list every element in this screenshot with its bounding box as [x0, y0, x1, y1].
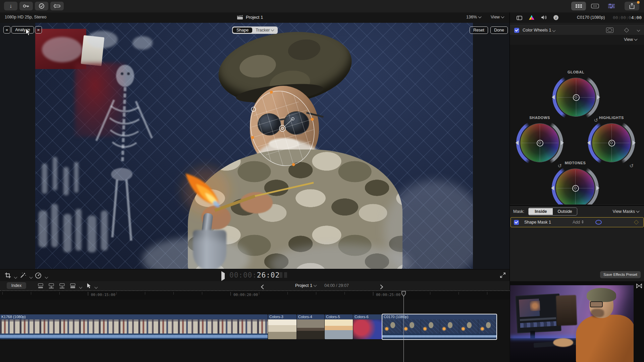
color-inspector-icon[interactable]	[529, 15, 534, 20]
previous-project-chevron[interactable]	[262, 284, 265, 290]
shape-mask-overlay[interactable]	[35, 23, 473, 269]
wheel-right-arrow[interactable]	[597, 95, 600, 100]
timeline-clip[interactable]: Colors-4	[297, 314, 324, 339]
favorite-check-icon[interactable]	[35, 2, 48, 10]
video-canvas[interactable]	[35, 23, 473, 269]
wheel-right-arrow[interactable]	[561, 140, 564, 145]
reset-button[interactable]: Reset	[470, 26, 488, 34]
wheel-left-arrow[interactable]	[516, 140, 519, 145]
wheel-left-arrow[interactable]	[551, 186, 554, 190]
timeline-clip[interactable]: Colors-5	[325, 314, 353, 339]
track-forward-button[interactable]: »	[35, 26, 42, 34]
timeline-clip[interactable]: Colors-3	[268, 314, 297, 339]
wheel-center-puck[interactable]	[537, 140, 543, 146]
clip-audio-waveform	[382, 334, 496, 339]
ruler-timecode-label: 00:00:25:00	[376, 293, 400, 297]
ruler-major-tick	[230, 292, 231, 296]
index-button[interactable]: Index	[7, 282, 26, 289]
info-inspector-icon[interactable]: i	[553, 15, 558, 20]
insert-edit-icon[interactable]	[48, 283, 55, 290]
timeline-project-select[interactable]: Project 1	[295, 283, 316, 288]
mask-outside-segment[interactable]: Outside	[553, 208, 577, 215]
shape-mask-checkbox[interactable]	[514, 220, 519, 225]
ruler-tick	[31, 292, 31, 295]
timeline-toolbar: Index Project 1 04:00 / 29:07	[0, 281, 509, 291]
share-badge	[637, 1, 640, 4]
wheel-center-puck[interactable]	[573, 94, 580, 101]
audio-meter-right[interactable]	[284, 272, 287, 278]
webcam-person-cap	[587, 288, 616, 302]
color-wheel-highlights[interactable]: HIGHLIGHTS ↺	[588, 119, 635, 166]
trim-icon[interactable]	[50, 2, 64, 10]
overwrite-edit-icon[interactable]	[69, 283, 76, 290]
clip-thumbnail	[353, 319, 382, 339]
effect-row[interactable]: Color Wheels 1	[510, 25, 644, 35]
wheel-reset-icon[interactable]: ↺	[629, 163, 634, 169]
retime-menu-chevron[interactable]	[44, 274, 48, 280]
clip-thumbnail	[268, 319, 297, 339]
edit-tools-chevron[interactable]	[78, 284, 82, 290]
effect-mask-icon[interactable]	[606, 27, 613, 33]
timeline-track-area[interactable]: K1768 (1080p)Colors-3Colors-4Colors-5Col…	[0, 300, 509, 362]
wheel-right-arrow[interactable]	[596, 186, 599, 190]
viewer-view-select[interactable]: View	[491, 15, 504, 19]
viewer-project-title: Project 1	[246, 15, 263, 20]
timeline-clip[interactable]: C0170 (1080p)	[382, 314, 496, 339]
wheel-right-arrow[interactable]	[633, 140, 636, 145]
ruler-tick	[173, 292, 174, 295]
crop-icon[interactable]	[5, 272, 11, 280]
wheel-left-arrow[interactable]	[552, 95, 555, 100]
playhead-line[interactable]	[404, 296, 404, 362]
wheel-center-puck[interactable]	[572, 185, 579, 192]
enhance-menu-chevron[interactable]	[28, 274, 32, 280]
tool-menu-chevron[interactable]	[93, 284, 97, 290]
effect-collapse-chevron[interactable]	[637, 28, 640, 32]
view-masks-select[interactable]: View Masks	[613, 209, 639, 214]
webcam-person-torso	[576, 315, 634, 362]
browser-grid-icon[interactable]	[571, 2, 586, 10]
effect-keyframe-icon[interactable]	[624, 28, 629, 33]
inspector-toggle-icon[interactable]	[604, 2, 619, 10]
wheels-view-select[interactable]: View	[624, 37, 637, 42]
timeline-clip[interactable]: Colors-6	[353, 314, 382, 339]
video-inspector-icon[interactable]	[517, 15, 522, 21]
ruler-tick	[116, 292, 117, 295]
done-button[interactable]: Done	[490, 26, 508, 34]
timeline-list-icon[interactable]	[588, 2, 602, 10]
viewer-header: 1080p HD 25p, Stereo Project 1 136% View	[0, 12, 509, 23]
color-wheel-midtones[interactable]: MIDTONES ↺	[552, 165, 599, 204]
color-wheel-global[interactable]: GLOBAL ↺	[552, 74, 599, 121]
shape-mask-blend-select[interactable]: Add	[573, 220, 584, 225]
expand-icon[interactable]	[500, 272, 506, 280]
enhance-wand-icon[interactable]	[19, 272, 26, 280]
shape-mask-ellipse-icon[interactable]	[595, 220, 602, 225]
effect-enable-checkbox[interactable]	[514, 28, 519, 33]
import-media-icon[interactable]: ↓	[4, 2, 17, 10]
ruler-tick	[202, 292, 202, 295]
next-project-chevron[interactable]	[379, 284, 382, 290]
audio-meter-left[interactable]	[279, 272, 282, 278]
retime-icon[interactable]	[35, 272, 42, 280]
swap-layout-icon[interactable]	[636, 284, 642, 288]
select-tool-icon[interactable]	[87, 283, 91, 290]
track-backward-button[interactable]: «	[3, 26, 10, 34]
shape-segment[interactable]: Shape	[233, 27, 252, 33]
wheel-center-puck[interactable]	[608, 140, 615, 146]
play-button[interactable]	[221, 273, 225, 279]
color-wheel-shadows[interactable]: SHADOWS ↺	[516, 119, 563, 166]
save-effects-preset-button[interactable]: Save Effects Preset	[600, 271, 641, 278]
tracker-segment[interactable]: Tracker	[252, 27, 277, 33]
viewer-zoom-select[interactable]: 136%	[466, 15, 481, 19]
timeline-clip[interactable]: K1768 (1080p)	[0, 314, 268, 339]
append-edit-icon[interactable]	[58, 283, 66, 290]
audio-inspector-icon[interactable]	[541, 15, 547, 21]
shape-mask-keyframe-icon[interactable]	[634, 220, 639, 225]
mask-inside-segment[interactable]: Inside	[529, 208, 553, 215]
shape-mask-row[interactable]: Shape Mask 1 Add	[511, 217, 644, 227]
keyword-icon[interactable]	[19, 2, 33, 10]
timeline-ruler[interactable]: 00:00:15:0000:00:20:0000:00:25:00	[0, 290, 509, 300]
effect-name: Color Wheels 1	[523, 28, 551, 33]
crop-menu-chevron[interactable]	[13, 274, 17, 280]
wheel-left-arrow[interactable]	[587, 140, 590, 145]
connect-edit-icon[interactable]	[37, 283, 44, 290]
